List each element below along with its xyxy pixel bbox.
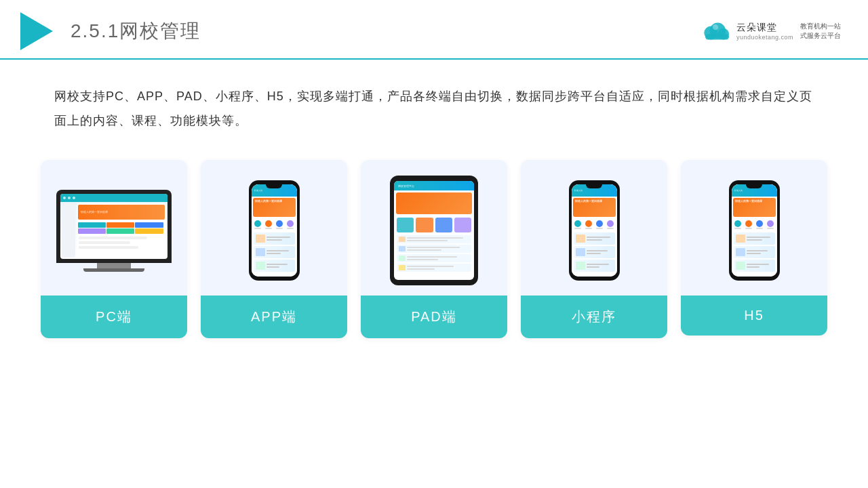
brand-area: 云朵课堂 yunduoketang.com 教育机构一站 式服务云平台: [698, 19, 841, 43]
grid-item: [78, 228, 106, 234]
icon-circle: [585, 220, 592, 227]
phone-icons: [252, 218, 297, 231]
card-line: [587, 250, 608, 251]
nav-dot: [68, 197, 71, 199]
phone-mockup-mini: 职道人的 职道人的第一堂问道课: [569, 180, 620, 281]
card-app-image: 职道人的 职道人的第一堂问道课: [201, 160, 347, 296]
grid-item: [106, 222, 134, 228]
card-pc: 职道人的第一堂问道课: [41, 160, 187, 338]
pad-cat-2: [416, 218, 433, 232]
phone-card-3: [254, 260, 295, 272]
brand-logo: 云朵课堂 yunduoketang.com 教育机构一站 式服务云平台: [698, 19, 841, 43]
phone-body-mini: 职道人的 职道人的第一堂问道课: [569, 180, 620, 281]
phone-screen-inner-h5: 职道人的 职道人的第一堂问道课: [732, 184, 777, 277]
pad-categories: [394, 216, 474, 234]
brand-text: 云朵课堂 yunduoketang.com: [736, 22, 793, 41]
monitor-base: [83, 268, 144, 272]
pad-thumb: [399, 237, 406, 242]
phone-cards-h5: [732, 231, 777, 273]
mini-card-3: [574, 260, 615, 272]
phone-notch: [266, 184, 282, 188]
pad-banner: [396, 192, 472, 214]
card-pc-label: PC端: [41, 296, 187, 338]
phone-screen-inner-mini: 职道人的 职道人的第一堂问道课: [572, 184, 617, 277]
monitor-nav: [60, 194, 167, 202]
nav-dot: [73, 197, 75, 199]
phone-card-1: [254, 232, 295, 245]
tagline-line1: 教育机构一站: [800, 22, 841, 31]
card-pad: 网校管理平台: [361, 160, 507, 338]
phone-icon-3: [276, 220, 283, 229]
list-line: [79, 237, 147, 239]
svg-point-4: [713, 24, 718, 30]
monitor-sidebar: [62, 203, 75, 258]
pad-body: 网校管理平台: [390, 176, 478, 285]
title-prefix: 2.5.1: [71, 20, 119, 41]
cloud-icon: [698, 19, 732, 43]
card-lines: [587, 237, 613, 241]
monitor-mockup: 职道人的第一堂问道课: [56, 190, 172, 272]
pad-thumb: [399, 246, 406, 251]
header: 2.5.1网校管理 云朵课堂 yunduoketang.com 教育机构一站 式…: [0, 0, 868, 60]
pad-lines: [407, 266, 469, 270]
icon-circle: [276, 220, 283, 227]
icon-text: [767, 228, 774, 229]
card-thumb: [736, 262, 745, 270]
pad-nav: 网校管理平台: [394, 181, 474, 190]
card-line: [267, 253, 281, 254]
card-h5-image: 职道人的 职道人的第一堂问道课: [681, 160, 827, 296]
grid-item: [135, 228, 163, 234]
phone-mockup-app: 职道人的 职道人的第一堂问道课: [249, 180, 300, 281]
tagline-line2: 式服务云平台: [800, 31, 841, 41]
icon-circle: [745, 220, 752, 227]
icon-circle: [756, 220, 763, 227]
card-line: [267, 266, 280, 268]
card-pad-image: 网校管理平台: [361, 160, 507, 296]
phone-banner-text: 职道人的第一堂问道课: [253, 198, 296, 205]
card-lines: [747, 250, 773, 254]
phone-body: 职道人的 职道人的第一堂问道课: [249, 180, 300, 281]
phone-icons-mini: [572, 218, 617, 231]
card-thumb: [256, 235, 265, 243]
pad-cat-3: [435, 218, 452, 232]
card-line: [747, 239, 762, 241]
icon-text: [756, 228, 763, 229]
card-lines: [747, 237, 773, 241]
h5-icon-2: [745, 220, 752, 229]
cards-container: 职道人的第一堂问道课: [0, 146, 868, 359]
pad-line: [407, 266, 454, 267]
monitor-body: 职道人的第一堂问道课: [56, 190, 172, 263]
phone-banner: 职道人的第一堂问道课: [253, 198, 296, 217]
list-line: [79, 241, 130, 244]
pad-cat-1: [397, 218, 414, 232]
nav-dot: [63, 197, 66, 199]
card-thumb: [576, 248, 585, 256]
pad-list-4: [397, 264, 471, 272]
card-thumb: [256, 262, 265, 270]
mini-icon-4: [607, 220, 614, 229]
card-thumb: [576, 235, 585, 243]
phone-body-h5: 职道人的 职道人的第一堂问道课: [729, 180, 780, 281]
h5-card-3: [734, 260, 775, 272]
card-h5: 职道人的 职道人的第一堂问道课: [681, 160, 827, 336]
svg-rect-3: [705, 34, 729, 39]
card-lines: [267, 250, 293, 254]
card-miniprogram: 职道人的 职道人的第一堂问道课: [521, 160, 667, 338]
card-lines: [267, 237, 293, 241]
card-pc-image: 职道人的第一堂问道课: [41, 160, 187, 296]
description-paragraph: 网校支持PC、APP、PAD、小程序、H5，实现多端打通，产品各终端自由切换，数…: [54, 84, 814, 133]
card-line: [747, 237, 770, 238]
card-line: [267, 250, 289, 251]
icon-text: [276, 228, 283, 229]
card-line: [747, 253, 761, 254]
monitor-grid: [77, 221, 166, 235]
pad-thumb: [399, 256, 406, 261]
icon-circle: [596, 220, 603, 227]
phone-header-text: 职道人的: [254, 189, 262, 192]
mini-icon-3: [596, 220, 603, 229]
pad-list-3: [397, 254, 471, 262]
h5-icon-1: [734, 220, 741, 229]
icon-text: [287, 228, 294, 229]
icon-text: [265, 228, 272, 229]
card-thumb: [736, 235, 745, 243]
